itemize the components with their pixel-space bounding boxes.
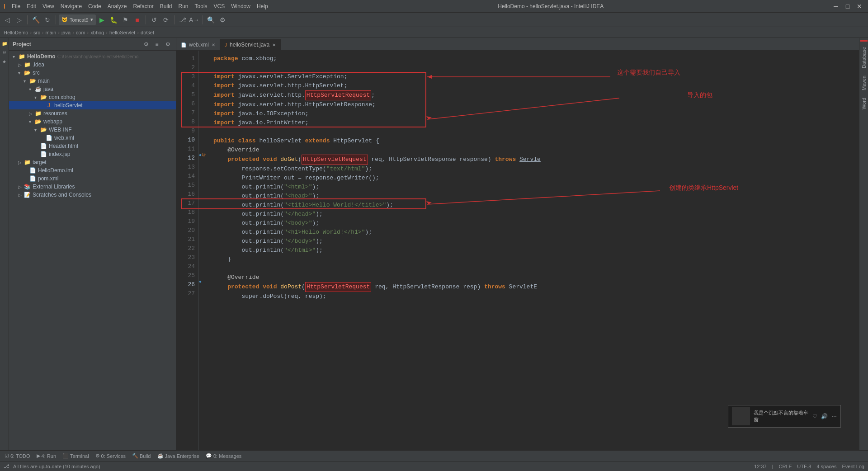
popup-heart-icon[interactable]: ♡ (812, 413, 817, 419)
right-tab-word[interactable]: Word (860, 94, 868, 113)
menu-code[interactable]: Code (85, 2, 104, 10)
git-button[interactable]: ⎇ (177, 14, 188, 25)
menu-analyze[interactable]: Analyze (105, 2, 130, 10)
status-bar-right: 12:37 | CRLF UTF-8 4 spaces Event Log (754, 464, 864, 469)
breadcrumb-xbhog[interactable]: xbhog (90, 30, 104, 35)
favorites-tool-icon[interactable]: ★ (1, 58, 8, 65)
structure-tool-icon[interactable]: S (1, 49, 8, 56)
right-tool-windows: Database Maven Word (859, 38, 868, 450)
menu-run[interactable]: Run (176, 2, 191, 10)
tree-scratches-consoles[interactable]: ▷ 📝 Scratches and Consoles (9, 191, 176, 199)
tree-headerhtml-file[interactable]: 📄 Header.html (9, 142, 176, 150)
code-line-22: out.println("</html>"); (213, 246, 859, 255)
menu-tools[interactable]: Tools (192, 2, 210, 10)
code-line-25: @Override (213, 273, 859, 282)
java-enterprise-tool[interactable]: ☕ Java Enterprise (155, 452, 202, 460)
run-tool-icon: ▶ (37, 453, 40, 459)
rerun-button[interactable]: ↺ (149, 14, 160, 25)
maximize-button[interactable]: □ (843, 3, 853, 10)
bottom-toolbar: ☑ 6: TODO ▶ 4: Run ⬛ Terminal ⚙ 0: Servi… (0, 450, 868, 461)
tree-indexjsp-file[interactable]: 📄 index.jsp (9, 150, 176, 158)
run-button[interactable]: ▶ (97, 14, 108, 25)
build-tool[interactable]: 🔨 Build (129, 452, 153, 460)
breadcrumb-doget[interactable]: doGet (141, 30, 154, 35)
project-panel: Project ⚙ ≡ ⚙ ▾ 📁 HelloDemo C:\Users\xbh… (9, 38, 176, 450)
right-tab-maven[interactable]: Maven (860, 72, 868, 94)
code-editor[interactable]: 1 2 3 4 5 6 7 8 9 10 11 12 13 14 15 16 1 (176, 51, 859, 450)
project-gear-button[interactable]: ≡ (152, 40, 161, 49)
update-button[interactable]: ⟳ (160, 14, 171, 25)
menu-vcs[interactable]: VCS (211, 2, 228, 10)
tree-src-folder[interactable]: ▾ 📂 src (9, 69, 176, 77)
gutter: ● @ ● (199, 51, 208, 450)
menu-file[interactable]: File (9, 2, 23, 10)
tree-pomxml-file[interactable]: 📄 pom.xml (9, 174, 176, 183)
minimize-button[interactable]: ─ (831, 3, 841, 10)
forward-button[interactable]: ▷ (14, 14, 24, 25)
tab-webxml[interactable]: 📄 web.xml ✕ (176, 39, 220, 50)
tree-resources-folder[interactable]: ▷ 📁 resources (9, 109, 176, 118)
code-line-4: import javax.servlet.http.HttpServlet; (213, 81, 859, 90)
right-tab-database[interactable]: Database (860, 43, 868, 72)
services-tool[interactable]: ⚙ 0: Services (93, 452, 128, 460)
project-settings-button[interactable]: ⚙ (163, 40, 172, 49)
menu-view[interactable]: View (40, 2, 57, 10)
sync-button[interactable]: ↻ (42, 14, 53, 25)
breadcrumb-hellodemo[interactable]: HelloDemo (4, 30, 28, 35)
messages-tool[interactable]: 💬 0: Messages (203, 452, 244, 460)
menu-help[interactable]: Help (254, 2, 271, 10)
tree-main-folder[interactable]: ▾ 📂 main (9, 77, 176, 85)
breadcrumb-helloservlet[interactable]: helloServlet (109, 30, 135, 35)
todo-tool[interactable]: ☑ 6: TODO (2, 452, 33, 460)
stop-button[interactable]: ■ (132, 14, 143, 25)
services-label: 0: Services (101, 453, 126, 459)
project-panel-header: Project ⚙ ≡ ⚙ (9, 38, 176, 51)
popup-more-icon[interactable]: ⋯ (831, 413, 837, 419)
breadcrumb-main[interactable]: main (45, 30, 56, 35)
tree-external-libraries[interactable]: ▷ 📚 External Libraries (9, 183, 176, 191)
tab-helloservlet[interactable]: J helloServlet.java ✕ (220, 39, 281, 50)
project-tool-icon[interactable]: 📁 (1, 40, 8, 47)
tree-java-folder[interactable]: ▾ ☕ java (9, 85, 176, 93)
status-indent[interactable]: 4 spaces (816, 464, 836, 469)
tree-webinf-folder[interactable]: ▾ 📂 WEB-INF (9, 126, 176, 134)
menu-window[interactable]: Window (228, 2, 253, 10)
debug-button[interactable]: 🐛 (108, 14, 119, 25)
close-button[interactable]: ✕ (854, 3, 864, 10)
coverage-button[interactable]: ⚑ (120, 14, 131, 25)
tab-webxml-close[interactable]: ✕ (212, 42, 215, 47)
tree-comxbhog-folder[interactable]: ▾ 📂 com.xbhog (9, 93, 176, 101)
breadcrumb-src[interactable]: src (33, 30, 40, 35)
tab-helloservlet-close[interactable]: ✕ (272, 42, 276, 47)
menu-navigate[interactable]: Navigate (58, 2, 85, 10)
back-button[interactable]: ◁ (2, 14, 13, 25)
project-scope-button[interactable]: ⚙ (142, 40, 151, 49)
tree-root[interactable]: ▾ 📁 HelloDemo C:\Users\xbhog\IdeaProject… (9, 52, 176, 61)
popup-volume-icon[interactable]: 🔊 (821, 413, 828, 419)
run-config-dropdown-icon: ▾ (90, 17, 93, 23)
tree-helloservlet-file[interactable]: J helloServlet (9, 101, 176, 109)
translate-button[interactable]: A→ (189, 14, 200, 25)
code-content[interactable]: package com.xbhog; import javax.servlet.… (208, 51, 859, 450)
status-charset[interactable]: UTF-8 (797, 464, 811, 469)
tree-webapp-folder[interactable]: ▾ 📂 webapp (9, 118, 176, 126)
tree-hellodemo-iml[interactable]: 📄 HelloDemo.iml (9, 166, 176, 174)
status-event-log[interactable]: Event Log (842, 464, 864, 469)
menu-refactor[interactable]: Refactor (130, 2, 156, 10)
menu-build[interactable]: Build (157, 2, 175, 10)
breadcrumb-com[interactable]: com (76, 30, 85, 35)
build-button[interactable]: 🔨 (30, 14, 41, 25)
tree-target-folder[interactable]: ▷ 📁 target (9, 158, 176, 166)
search-everywhere-button[interactable]: 🔍 (206, 14, 217, 25)
settings-button[interactable]: ⚙ (217, 14, 228, 25)
run-config-selector[interactable]: 🐱 Tomcat9 ▾ (59, 14, 96, 25)
terminal-tool[interactable]: ⬛ Terminal (60, 452, 92, 460)
status-crlf[interactable]: CRLF (779, 464, 792, 469)
menu-edit[interactable]: Edit (24, 2, 39, 10)
tree-webxml-file[interactable]: 📄 web.xml (9, 134, 176, 142)
tree-idea-folder[interactable]: ▷ 📁 .idea (9, 61, 176, 69)
services-icon: ⚙ (95, 453, 100, 459)
breadcrumb-java[interactable]: java (61, 30, 71, 35)
run-tool[interactable]: ▶ 4: Run (34, 452, 59, 460)
code-line-16: out.println("<head>"); (213, 192, 859, 201)
